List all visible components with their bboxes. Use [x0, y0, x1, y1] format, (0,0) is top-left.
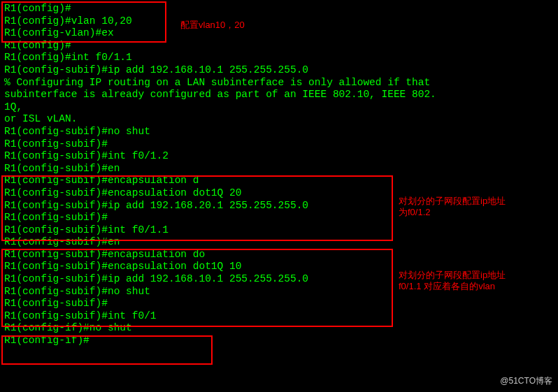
terminal-line: R1(config-subif)#en [4, 163, 558, 175]
terminal-line: R1(config)# [4, 40, 558, 52]
annotation-sub12-line1: 对划分的子网段配置ip地址 [399, 196, 506, 206]
terminal-line: R1(config-subif)#int f0/1.1 [4, 224, 558, 237]
annotation-sub12-line2: 为f0/1.2 [399, 207, 431, 217]
terminal-line: 1Q, [4, 101, 558, 114]
terminal-line: R1(config-subif)#encapsulation do [4, 249, 558, 261]
terminal[interactable]: R1(config)#R1(config)#vlan 10,20R1(confi… [0, 0, 558, 392]
terminal-line: R1(config)#vlan 10,20 [4, 15, 558, 28]
terminal-line: R1(config-subif)#no shut [4, 126, 558, 138]
terminal-line: R1(config-subif)#int f0/1.2 [4, 150, 558, 163]
terminal-line: or ISL vLAN. [4, 113, 558, 126]
terminal-line: R1(config-subif)#en [4, 236, 558, 249]
annotation-sub12: 对划分的子网段配置ip地址 为f0/1.2 [399, 196, 506, 218]
terminal-line: R1(config)# [4, 3, 558, 15]
terminal-line: R1(config-subif)#encapsulation d [4, 175, 558, 187]
annotation-sub11: 对划分的子网段配置ip地址 f0/1.1 对应着各自的vlan [399, 270, 506, 292]
terminal-line: R1(config-subif)# [4, 138, 558, 151]
terminal-line: R1(config)#int f0/1.1 [4, 52, 558, 64]
terminal-line: R1(config-subif)# [4, 298, 558, 310]
terminal-line: R1(config-subif)#int f0/1 [4, 310, 558, 323]
terminal-lines: R1(config)#R1(config)#vlan 10,20R1(confi… [4, 3, 558, 347]
terminal-line: R1(config-subif)#ip add 192.168.10.1 255… [4, 64, 558, 77]
watermark: @51CTO博客 [500, 375, 552, 388]
annotation-sub11-line1: 对划分的子网段配置ip地址 [399, 270, 506, 280]
terminal-line: subinterface is already configured as pa… [4, 89, 558, 101]
terminal-line: R1(config-if)#no shut [4, 322, 558, 335]
terminal-line: % Configuring IP routing on a LAN subint… [4, 77, 558, 89]
annotation-vlan: 配置vlan10，20 [180, 20, 245, 31]
annotation-sub11-line2: f0/1.1 对应着各自的vlan [399, 281, 495, 291]
terminal-line: R1(config-if)# [4, 335, 558, 347]
terminal-line: R1(config-vlan)#ex [4, 27, 558, 40]
